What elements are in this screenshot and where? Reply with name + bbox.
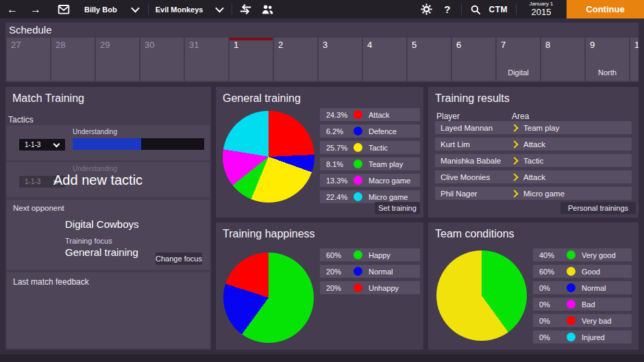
- legend-row: 0%Bad: [533, 298, 632, 311]
- chevron-down-icon[interactable]: [131, 4, 140, 13]
- legend-percentage: 20%: [320, 284, 354, 292]
- transfer-arrows-icon[interactable]: [239, 3, 252, 15]
- legend-percentage: 0%: [533, 333, 567, 341]
- table-row[interactable]: Clive MooniesAttack: [435, 170, 632, 183]
- legend-row: 20%Normal: [320, 265, 420, 278]
- legend-percentage: 0%: [533, 300, 567, 309]
- player-name: Manishka Babale: [435, 157, 512, 165]
- calendar-day-number: 4: [367, 40, 372, 50]
- search-icon[interactable]: [470, 4, 481, 15]
- chevron-right-icon: [510, 124, 518, 131]
- calendar-day-event: North: [586, 68, 629, 77]
- calendar-day-number: 1: [234, 40, 238, 50]
- calendar-day[interactable]: 1: [230, 38, 273, 81]
- personal-trainings-button[interactable]: Personal trainings: [560, 202, 636, 214]
- calendar-day-number: 31: [189, 40, 199, 50]
- tactics-label: Tactics: [8, 115, 34, 125]
- forward-arrow-icon[interactable]: →: [30, 4, 41, 15]
- player-name: Phil Nager: [435, 190, 512, 198]
- tactics-box: Understanding 1-1-3: [7, 125, 210, 160]
- next-opponent-label: Next opponent: [13, 204, 64, 212]
- calendar-day[interactable]: 4: [363, 38, 406, 81]
- divider: [516, 3, 517, 15]
- calendar-day[interactable]: 6: [452, 38, 495, 81]
- legend-color-dot-icon: [354, 267, 362, 276]
- team-conditions-panel: Team conditions 40%Very good60%Good0%Nor…: [428, 222, 639, 350]
- legend-color-dot-icon: [567, 283, 575, 292]
- schedule-title: Schedule: [9, 24, 52, 36]
- table-row[interactable]: Kurt LimAttack: [435, 138, 632, 151]
- calendar-day[interactable]: 30: [140, 38, 184, 81]
- app-logo[interactable]: CTM: [489, 5, 508, 14]
- calendar-day[interactable]: 3: [319, 38, 362, 81]
- calendar-day-number: 10: [634, 40, 639, 50]
- legend-row: 13.3%Macro game: [320, 174, 420, 187]
- legend-row: 0%Very bad: [533, 314, 632, 327]
- legend-percentage: 20%: [320, 268, 354, 276]
- training-happiness-pie-chart: [223, 253, 314, 343]
- top-bar: ← → Billy Bob Evil Monkeys: [0, 0, 644, 18]
- legend-row: 25.7%Tactic: [320, 141, 420, 154]
- training-area: Attack: [523, 140, 545, 148]
- calendar-day[interactable]: 29: [96, 38, 139, 81]
- match-training-title: Match Training: [12, 92, 84, 105]
- game-date: January 1 2015: [522, 1, 560, 17]
- change-focus-button[interactable]: Change focus: [156, 253, 202, 265]
- calendar-day[interactable]: 28: [51, 38, 95, 81]
- player-name: Clive Moonies: [435, 173, 512, 181]
- legend-color-dot-icon: [567, 300, 575, 309]
- training-area: Micro game: [523, 190, 565, 198]
- last-match-feedback-label: Last match feedback: [13, 277, 89, 287]
- general-training-panel: General training 24.3%Attack6.2%Defence2…: [216, 87, 423, 218]
- gear-icon[interactable]: [421, 3, 432, 15]
- next-opponent-name: Digital Cowboys: [65, 218, 139, 230]
- player-name: Kurt Lim: [435, 140, 512, 148]
- help-icon[interactable]: ?: [444, 3, 450, 15]
- calendar-day[interactable]: 9North: [586, 38, 629, 81]
- chevron-down-icon[interactable]: [216, 4, 225, 13]
- legend-row: 60%Happy: [320, 248, 420, 261]
- chevron-down-icon: [53, 141, 60, 148]
- training-area: Team play: [523, 124, 559, 132]
- training-results-panel: Training results Player Area Layed Manna…: [428, 87, 639, 218]
- user-name[interactable]: Billy Bob: [84, 5, 117, 14]
- game-date-line2: 2015: [522, 8, 560, 17]
- back-arrow-icon[interactable]: ←: [7, 4, 18, 15]
- legend-percentage: 60%: [320, 251, 354, 259]
- set-training-button[interactable]: Set training: [375, 202, 420, 214]
- calendar-day-number: 6: [456, 40, 461, 50]
- legend-color-dot-icon: [354, 143, 362, 152]
- add-new-tactic-box[interactable]: Understanding 1-1-3 Add new tactic: [7, 162, 210, 197]
- table-row[interactable]: Manishka BabaleTactic: [435, 154, 632, 167]
- calendar-day[interactable]: 8: [541, 38, 584, 81]
- calendar-day[interactable]: 2: [274, 38, 317, 81]
- tactic-select-value: 1-1-3: [19, 141, 54, 148]
- tactic-select[interactable]: 1-1-3: [19, 139, 65, 151]
- calendar-day[interactable]: 7Digital: [497, 38, 540, 81]
- calendar-day[interactable]: 10: [630, 38, 639, 81]
- bottom-bar: [0, 354, 644, 362]
- continue-button[interactable]: Continue: [567, 0, 644, 18]
- results-rows: Layed MannanTeam playKurt LimAttackManis…: [435, 121, 632, 200]
- team-roster-icon[interactable]: [261, 3, 274, 15]
- team-name[interactable]: Evil Monkeys: [156, 5, 203, 14]
- table-row[interactable]: Layed MannanTeam play: [435, 121, 632, 134]
- calendar-day[interactable]: 5: [408, 38, 451, 81]
- legend-label: Team play: [369, 160, 403, 168]
- understanding-fill: [73, 138, 141, 150]
- legend-row: 8.1%Team play: [320, 157, 420, 170]
- add-new-tactic-label[interactable]: Add new tactic: [53, 172, 143, 188]
- table-row[interactable]: Phil NagerMicro game: [435, 187, 632, 200]
- calendar-day-number: 27: [11, 40, 21, 50]
- legend-percentage: 8.1%: [320, 160, 354, 168]
- legend-color-dot-icon: [567, 333, 575, 341]
- calendar-day[interactable]: 27: [7, 38, 50, 81]
- mail-icon[interactable]: [58, 4, 70, 15]
- legend-row: 60%Good: [533, 265, 632, 278]
- legend-color-dot-icon: [354, 110, 362, 119]
- calendar-day[interactable]: 31: [185, 38, 228, 81]
- calendar-day-number: 5: [412, 40, 417, 50]
- legend-color-dot-icon: [567, 250, 575, 259]
- calendar-day-number: 2: [278, 40, 283, 50]
- schedule-panel: Schedule 27282930311234567Digital89North…: [5, 23, 639, 82]
